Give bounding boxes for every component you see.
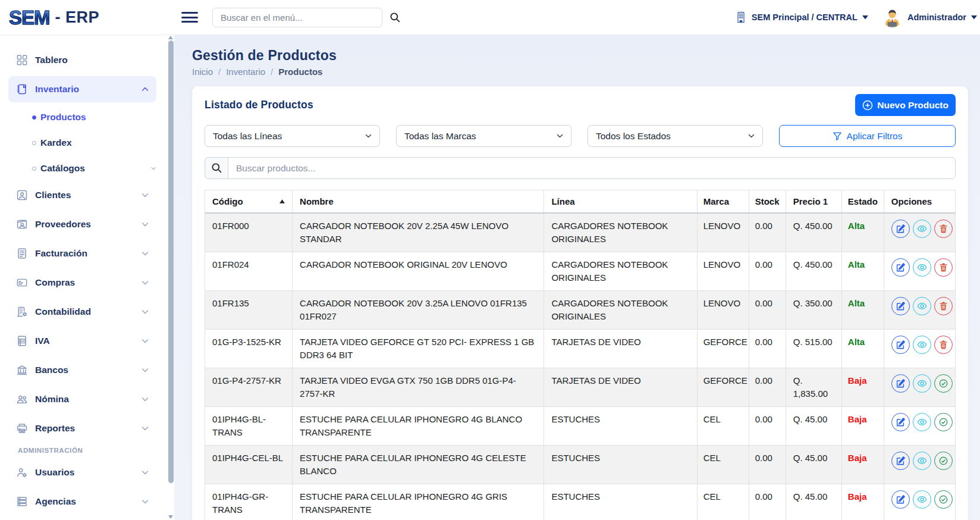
sidebar-item-reportes[interactable]: Reportes <box>8 415 156 441</box>
sidebar-item-iva[interactable]: IVA <box>8 328 156 354</box>
printer-icon <box>17 423 27 434</box>
product-line: CARGADORES NOTEBOOK ORIGINALES <box>544 291 697 330</box>
product-brand: CEL <box>697 446 749 484</box>
sidebar-scrollbar[interactable] <box>168 35 174 520</box>
sidebar-nav: TableroInventarioProductosKardexCatálogo… <box>0 35 174 515</box>
view-button[interactable] <box>913 220 931 238</box>
status-badge: Alta <box>848 298 865 308</box>
estado-select[interactable]: Todos los Estados <box>588 125 763 147</box>
view-button[interactable] <box>913 490 931 509</box>
view-button[interactable] <box>913 413 931 431</box>
view-button[interactable] <box>913 452 931 470</box>
sidebar-item-inventario[interactable]: Inventario <box>8 76 156 102</box>
edit-button[interactable] <box>891 258 910 277</box>
delete-button[interactable] <box>934 297 953 315</box>
sidebar-item-proveedores[interactable]: Proveedores <box>8 211 156 237</box>
sidebar-item-bancos[interactable]: Bancos <box>8 357 156 383</box>
sidebar-subitem-label: Catálogos <box>40 163 85 174</box>
delete-button[interactable] <box>934 220 953 238</box>
company-selector[interactable]: SEM Principal / CENTRAL <box>736 12 868 23</box>
user-avatar[interactable] <box>882 8 902 27</box>
column-header-marca[interactable]: Marca <box>697 190 749 214</box>
page-title: Gestión de Productos <box>192 48 968 64</box>
linea-select[interactable]: Todas las Líneas <box>205 125 380 147</box>
sidebar-item-clientes[interactable]: Clientes <box>8 182 156 208</box>
view-button[interactable] <box>913 336 931 354</box>
edit-button[interactable] <box>891 336 910 354</box>
apply-filters-button[interactable]: Aplicar Filtros <box>779 125 956 147</box>
sidebar-item-facturacion[interactable]: Facturación <box>8 240 156 267</box>
menu-toggle-icon[interactable] <box>181 12 198 23</box>
product-status: Baja <box>841 368 884 407</box>
person-square-icon <box>17 190 27 201</box>
column-header-codigo[interactable]: Código <box>205 190 293 214</box>
product-options <box>884 213 955 252</box>
view-button[interactable] <box>913 297 931 315</box>
edit-button[interactable] <box>891 297 910 315</box>
marca-select[interactable]: Todas las Marcas <box>396 125 571 147</box>
scrollbar-down-arrow-icon[interactable] <box>168 515 173 519</box>
sidebar-subitem-kardex[interactable]: Kardex <box>8 131 156 155</box>
breadcrumb-inicio[interactable]: Inicio <box>192 67 213 77</box>
check-circle-icon <box>938 417 948 427</box>
column-header-estado[interactable]: Estado <box>841 190 884 214</box>
scrollbar-up-arrow-icon[interactable] <box>168 36 173 39</box>
delete-button[interactable] <box>934 258 953 277</box>
pencil-square-icon <box>896 224 905 233</box>
card-text-icon <box>17 277 27 288</box>
check-circle-icon <box>938 456 948 466</box>
sidebar-subitem-productos[interactable]: Productos <box>8 105 156 129</box>
activate-button[interactable] <box>934 374 953 393</box>
edit-button[interactable] <box>891 374 910 393</box>
column-header-nombre[interactable]: Nombre <box>293 190 544 214</box>
activate-button[interactable] <box>934 452 953 470</box>
bullet-icon <box>32 141 36 145</box>
delete-button[interactable] <box>934 336 953 354</box>
breadcrumb-separator: / <box>271 67 273 77</box>
search-icon <box>390 12 401 23</box>
user-menu[interactable]: Administrador <box>902 12 977 22</box>
product-search-input[interactable] <box>228 157 956 179</box>
edit-button[interactable] <box>891 490 910 509</box>
breadcrumb-inventario[interactable]: Inventario <box>226 67 265 77</box>
edit-button[interactable] <box>891 452 910 470</box>
chevron-up-icon <box>141 85 149 93</box>
building-icon <box>736 12 746 23</box>
activate-button[interactable] <box>934 490 953 509</box>
product-status: Alta <box>841 252 884 291</box>
product-line: ESTUCHES <box>544 446 697 484</box>
chevron-down-icon <box>141 424 149 433</box>
file-ruled-icon <box>17 336 27 346</box>
product-status: Baja <box>841 446 884 484</box>
main-content: Gestión de Productos Inicio / Inventario… <box>174 35 980 520</box>
column-header-linea[interactable]: Línea <box>544 190 697 214</box>
product-price: Q. 350.00 <box>786 291 841 330</box>
sort-ascending-icon <box>279 199 285 203</box>
sidebar-scrollbar-thumb[interactable] <box>168 40 174 483</box>
edit-button[interactable] <box>891 220 910 238</box>
sidebar-item-label: Usuarios <box>35 467 74 478</box>
filters-row: Todas las Líneas Todas las Marcas Todos … <box>205 125 956 147</box>
menu-search-button[interactable] <box>390 12 401 23</box>
sidebar-item-nomina[interactable]: Nómina <box>8 386 156 412</box>
activate-button[interactable] <box>934 413 953 431</box>
chevron-down-icon <box>141 220 149 228</box>
sidebar-item-usuarios[interactable]: Usuarios <box>8 459 156 485</box>
linea-select-wrap: Todas las Líneas <box>205 125 380 147</box>
row-actions <box>891 258 948 277</box>
sidebar-item-contabilidad[interactable]: Contabilidad <box>8 299 156 325</box>
server-icon <box>17 496 27 507</box>
view-button[interactable] <box>913 258 931 277</box>
view-button[interactable] <box>913 374 931 393</box>
sidebar-item-tablero[interactable]: Tablero <box>8 47 156 73</box>
new-product-button[interactable]: Nuevo Producto <box>855 94 956 116</box>
edit-button[interactable] <box>891 413 910 431</box>
eye-icon <box>917 224 927 234</box>
column-header-stock[interactable]: Stock <box>749 190 786 214</box>
column-header-precio[interactable]: Precio 1 <box>786 190 841 214</box>
sidebar-item-compras[interactable]: Compras <box>8 270 156 296</box>
sidebar-item-agencias[interactable]: Agencias <box>8 488 156 515</box>
product-name: ESTUCHE PARA CELULAR IPHONEGRO 4G GRIS T… <box>293 484 544 520</box>
menu-search-input[interactable] <box>212 8 382 27</box>
sidebar-subitem-catalogos[interactable]: Catálogos <box>8 156 156 180</box>
